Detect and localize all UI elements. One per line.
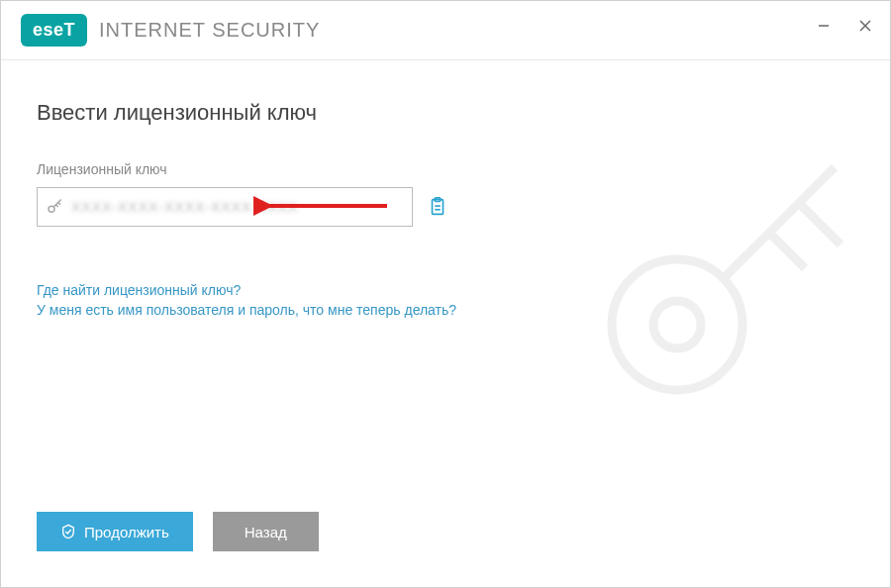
license-input-row bbox=[37, 187, 854, 227]
minimize-button[interactable] bbox=[815, 17, 833, 35]
content-area: Ввести лицензионный ключ Лицензионный кл… bbox=[1, 60, 890, 512]
page-title: Ввести лицензионный ключ bbox=[37, 100, 854, 126]
back-button[interactable]: Назад bbox=[213, 512, 319, 551]
svg-point-10 bbox=[612, 259, 742, 390]
license-key-input[interactable] bbox=[71, 199, 404, 215]
continue-button[interactable]: Продолжить bbox=[37, 512, 193, 551]
product-name: INTERNET SECURITY bbox=[99, 19, 320, 42]
continue-button-label: Продолжить bbox=[84, 524, 169, 540]
paste-icon[interactable] bbox=[427, 196, 448, 218]
have-credentials-link[interactable]: У меня есть имя пользователя и пароль, ч… bbox=[37, 302, 854, 318]
shield-icon bbox=[60, 524, 76, 539]
app-window: eseT INTERNET SECURITY Ввести лицензионн… bbox=[0, 0, 891, 588]
titlebar: eseT INTERNET SECURITY bbox=[1, 1, 890, 60]
window-controls bbox=[815, 17, 874, 35]
where-find-key-link[interactable]: Где найти лицензионный ключ? bbox=[37, 282, 854, 298]
close-button[interactable] bbox=[856, 17, 874, 35]
license-input-container[interactable] bbox=[37, 187, 413, 227]
eset-logo: eseT bbox=[21, 14, 87, 47]
license-field-label: Лицензионный ключ bbox=[37, 161, 854, 177]
key-icon bbox=[46, 198, 63, 216]
back-button-label: Назад bbox=[245, 524, 287, 540]
help-links: Где найти лицензионный ключ? У меня есть… bbox=[37, 282, 854, 318]
footer-buttons: Продолжить Назад bbox=[1, 512, 890, 587]
